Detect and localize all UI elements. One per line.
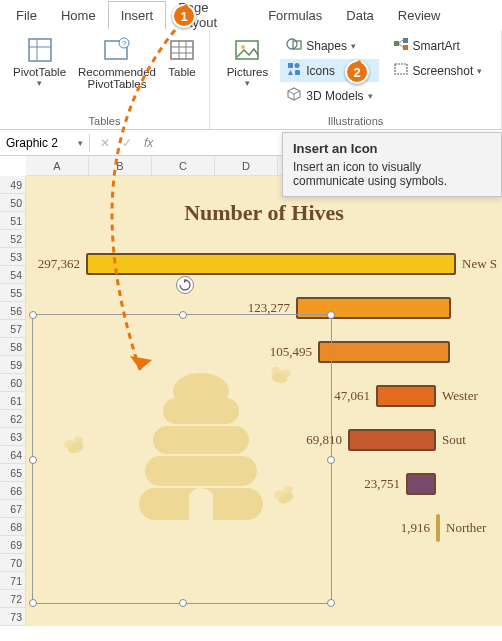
3d-models-label: 3D Models [306,89,363,103]
icons-icon [286,61,302,80]
icons-label: Icons [306,64,335,78]
row-header[interactable]: 49 [0,176,26,194]
svg-rect-21 [394,41,399,46]
row-header[interactable]: 54 [0,266,26,284]
row-header[interactable]: 64 [0,446,26,464]
chevron-down-icon: ▾ [477,66,482,76]
row-header[interactable]: 73 [0,608,26,626]
row-header[interactable]: 68 [0,518,26,536]
resize-handle[interactable] [179,599,187,607]
tab-home[interactable]: Home [49,2,108,29]
fx-button[interactable]: fx [140,136,157,150]
row-header[interactable]: 62 [0,410,26,428]
row-header[interactable]: 55 [0,284,26,302]
row-header[interactable]: 70 [0,554,26,572]
shapes-button[interactable]: Shapes ▾ [280,34,378,57]
resize-handle[interactable] [327,311,335,319]
svg-rect-6 [171,41,193,59]
svg-marker-17 [288,70,293,75]
col-header[interactable]: B [89,156,152,176]
shapes-label: Shapes [306,39,347,53]
resize-handle[interactable] [29,311,37,319]
smartart-label: SmartArt [413,39,460,53]
resize-handle[interactable] [29,456,37,464]
confirm-formula-button[interactable]: ✓ [118,136,136,150]
callout-1: 1 [172,4,196,28]
svg-rect-0 [29,39,51,61]
table-button[interactable]: Table [164,34,200,92]
tab-review[interactable]: Review [386,2,453,29]
chart-bar [86,253,456,275]
chart-bar [318,341,450,363]
svg-rect-22 [403,38,408,43]
bar-value-label: 297,362 [26,256,86,272]
recommended-label: Recommended PivotTables [78,66,156,90]
tab-insert[interactable]: Insert [108,1,167,29]
recommended-pivottables-button[interactable]: ? Recommended PivotTables [74,34,160,92]
col-header[interactable]: A [26,156,89,176]
row-header[interactable]: 52 [0,230,26,248]
col-header[interactable]: C [152,156,215,176]
row-header[interactable]: 51 [0,212,26,230]
row-header[interactable]: 61 [0,392,26,410]
resize-handle[interactable] [327,599,335,607]
row-header[interactable]: 72 [0,590,26,608]
svg-rect-15 [288,63,293,68]
bar-category-label: Wester [436,388,478,404]
rotate-handle[interactable] [176,276,194,294]
group-tables: PivotTable ▾ ? Recommended PivotTables T… [0,30,210,129]
svg-text:?: ? [122,39,127,48]
row-header[interactable]: 67 [0,500,26,518]
table-icon [168,36,196,64]
resize-handle[interactable] [29,599,37,607]
resize-handle[interactable] [179,311,187,319]
row-header[interactable]: 53 [0,248,26,266]
row-header[interactable]: 56 [0,302,26,320]
col-header[interactable]: D [215,156,278,176]
resize-handle[interactable] [327,456,335,464]
chart-bar [376,385,436,407]
3d-models-button[interactable]: 3D Models ▾ [280,84,378,107]
tab-data[interactable]: Data [334,2,385,29]
tables-group-label: Tables [6,113,203,127]
shapes-icon [286,36,302,55]
smartart-icon [393,36,409,55]
row-header[interactable]: 71 [0,572,26,590]
row-header[interactable]: 69 [0,536,26,554]
pivottable-label: PivotTable [13,66,66,78]
chart-canvas[interactable]: Number of Hives 297,362 New S 123,277 10… [26,176,502,626]
tab-file[interactable]: File [4,2,49,29]
chevron-down-icon: ▾ [37,78,42,88]
cancel-formula-button[interactable]: ✕ [96,136,114,150]
name-box[interactable]: Graphic 2 ▾ [0,134,90,152]
tab-strip: File Home Insert Page Layout Formulas Da… [0,0,502,30]
3d-models-icon [286,86,302,105]
smartart-button[interactable]: SmartArt [387,34,489,57]
table-label: Table [168,66,196,78]
row-header[interactable]: 66 [0,482,26,500]
row-header[interactable]: 60 [0,374,26,392]
chart-bar [406,473,436,495]
screenshot-button[interactable]: Screenshot ▾ [387,59,489,82]
svg-point-16 [295,63,300,68]
chevron-down-icon: ▾ [245,78,250,88]
row-header[interactable]: 59 [0,356,26,374]
pivottable-icon [26,36,54,64]
name-box-value: Graphic 2 [6,136,58,150]
selection-box[interactable] [32,314,332,604]
pictures-label: Pictures [227,66,269,78]
screenshot-label: Screenshot [413,64,474,78]
svg-rect-26 [395,64,407,74]
row-header[interactable]: 58 [0,338,26,356]
row-header[interactable]: 65 [0,464,26,482]
row-header[interactable]: 50 [0,194,26,212]
pivottable-button[interactable]: PivotTable ▾ [9,34,70,92]
ribbon: PivotTable ▾ ? Recommended PivotTables T… [0,30,502,130]
chevron-down-icon: ▾ [78,138,83,148]
tab-formulas[interactable]: Formulas [256,2,334,29]
row-header[interactable]: 57 [0,320,26,338]
chart-bar [348,429,436,451]
row-header[interactable]: 63 [0,428,26,446]
recommended-pivot-icon: ? [103,36,131,64]
pictures-button[interactable]: Pictures ▾ [223,34,273,90]
